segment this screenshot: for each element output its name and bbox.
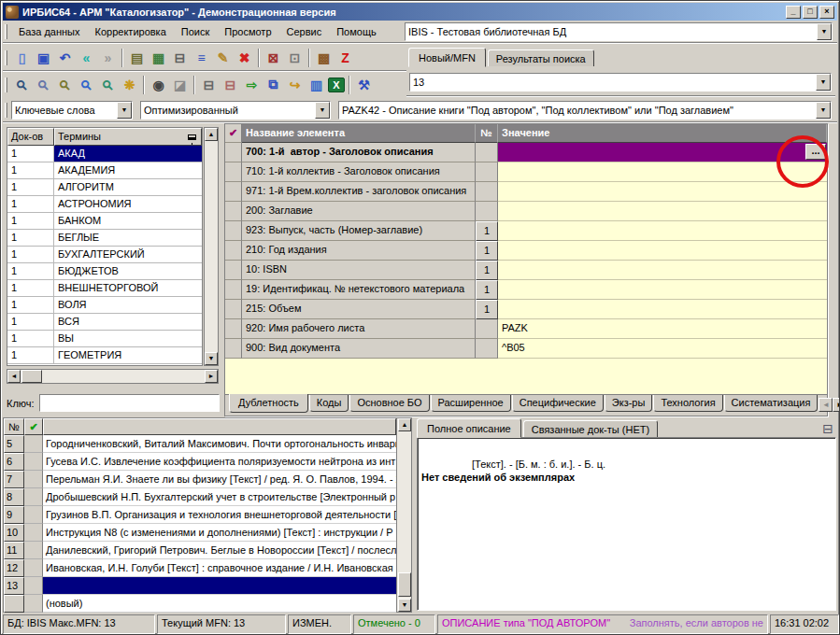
check-icon[interactable]: ✔ [24,418,43,435]
chevron-down-icon[interactable]: ▼ [816,102,831,119]
field-occurrence-count[interactable]: 1 [476,261,498,280]
scroll-left-icon[interactable]: ◄ [7,370,21,383]
record-check-cell[interactable] [24,542,43,559]
back-icon[interactable]: « [77,49,96,67]
term-row[interactable]: 1БЮДЖЕТОВ [7,263,202,280]
field-row[interactable]: 19: Идентификац. № нетекстового материал… [225,280,827,300]
record-row[interactable]: 6Гусева И.С. Извлечение коэффициента пол… [4,453,396,471]
column-header-element-name[interactable]: Название элемента [242,124,476,143]
clear-record-icon[interactable]: ✎ [213,49,233,67]
term-row[interactable]: 1ВСЯ [7,314,202,331]
term-row[interactable]: 1АКАД [7,146,202,162]
column-header-record-number[interactable]: № [4,418,24,435]
record-row[interactable]: 7Перельман Я.И. Знаете ли вы физику [Тек… [4,471,396,488]
column-header-number[interactable]: № [476,124,498,143]
field-value-cell[interactable] [498,202,827,221]
worksheet-tab-7[interactable]: Технология [653,395,722,412]
scroll-down-icon[interactable]: ▼ [205,352,218,365]
field-row[interactable]: 200: Заглавие [225,202,827,221]
worksheet-tab-8[interactable]: Систематизация [724,395,819,412]
doc-delete-icon[interactable]: ⊠ [263,49,283,67]
field-row[interactable]: 210: Год издания1 [225,241,827,261]
field-check-cell[interactable] [225,280,242,300]
worksheet-tab-4[interactable]: Расширенное [431,395,511,412]
delete-record-icon[interactable]: ✖ [235,49,254,67]
field-check-cell[interactable] [225,143,242,162]
field-value-cell[interactable] [498,261,827,280]
worksheet-tab-6[interactable]: Экз-ры [605,395,653,412]
record-check-cell[interactable] [24,577,43,595]
records-vertical-scrollbar[interactable]: ▲ ▼ [396,418,411,612]
field-check-cell[interactable] [225,241,242,261]
search-view-icon[interactable]: ⚲ [12,76,32,94]
worksheet-tab-1[interactable]: Дублетность [229,394,308,413]
record-row[interactable]: (новый) [4,595,396,613]
scroll-up-icon[interactable]: ▲ [205,128,218,141]
field-row[interactable]: 215: Объем1 [225,300,827,319]
record-row[interactable]: 12Ивановская, И.Н. Голуби [Текст] : спра… [4,559,396,577]
field-check-cell[interactable] [225,182,242,202]
field-row[interactable]: 971: 1-й Врем.коллектив - заголовок опис… [225,182,827,202]
record-check-cell[interactable] [24,453,43,471]
field-value-cell[interactable]: PAZK [498,319,827,339]
field-value-cell[interactable]: ... [498,143,827,162]
record-check-cell[interactable] [24,524,43,542]
field-check-cell[interactable] [225,261,242,280]
worksheet-combobox[interactable]: PAZK42 - Описание книги "Под автором", "… [338,101,832,120]
field-occurrence-count[interactable]: 1 [476,221,498,241]
record-check-cell[interactable] [24,471,43,488]
tab-scroll-right-icon[interactable]: ► [833,398,840,412]
scroll-right-icon[interactable]: ► [205,370,218,383]
field-check-cell[interactable] [225,300,242,319]
print-description-icon[interactable]: ⊟ [818,420,838,437]
field-value-cell[interactable] [498,182,827,202]
undo-icon[interactable]: ↶ [55,49,75,67]
term-row[interactable]: 1ВОЛЯ [7,297,202,314]
field-occurrence-count[interactable]: 1 [476,300,498,319]
term-row[interactable]: 1БЕГЛЫЕ [7,230,202,247]
record-row[interactable]: 13 [4,577,396,595]
pin-icon[interactable] [188,134,196,140]
record-row[interactable]: 10Инструкция N8 (с изменениями и дополне… [4,524,396,542]
field-check-cell[interactable] [225,319,242,339]
term-row[interactable]: 1ВЫ [7,331,202,347]
field-check-cell[interactable] [225,339,242,359]
scrollbar-thumb[interactable] [21,370,42,383]
term-row[interactable]: 1ВНЕШНЕТОРГОВОЙ [7,280,202,297]
field-value-cell[interactable] [498,280,827,300]
scrollbar-thumb[interactable] [398,572,411,597]
move-record-icon[interactable]: ▤ [127,49,147,67]
menu-item-база-данных[interactable]: База данных [11,23,88,40]
field-row[interactable]: 900: Вид документа^B05 [225,339,827,359]
chevron-down-icon[interactable]: ▼ [117,102,132,119]
record-check-cell[interactable] [24,559,43,577]
term-row[interactable]: 1АКАДЕМИЯ [7,162,202,179]
tab-linked-documents[interactable]: Связанные док-ты (НЕТ) [523,420,658,437]
tab-full-description[interactable]: Полное описание [417,418,521,438]
column-header-terms[interactable]: Термины [54,128,202,146]
worksheet-tab-2[interactable]: Коды [309,395,349,412]
z3950-icon[interactable]: Z [335,49,355,67]
term-row[interactable]: 1БУХГАЛТЕРСКИЙ [7,247,202,263]
term-row[interactable]: 1АЛГОРИТМ [7,179,202,196]
record-row[interactable]: 8Дробышевский Н.П. Бухгалтерский учет в … [4,488,396,506]
scroll-down-icon[interactable]: ▼ [398,599,411,612]
search-page-icon[interactable]: ⚲ [77,76,96,94]
save-icon[interactable]: ▣ [34,49,53,67]
minimize-button[interactable]: _ [786,6,801,19]
folder-icon[interactable]: ◪ [170,76,190,94]
mfn-combobox[interactable]: ▼ [409,73,832,92]
record-check-cell[interactable] [24,595,43,613]
irbis-logo-icon[interactable]: ▩ [314,49,334,67]
field-row[interactable]: 710: 1-й коллектив - Заголовок описания [225,162,827,182]
field-value-cell[interactable] [498,162,827,182]
menu-item-сервис[interactable]: Сервис [279,23,330,40]
field-value-cell[interactable] [498,300,827,319]
view-eye-icon[interactable]: ◉ [149,76,168,94]
print-form-icon[interactable]: ⊟ [221,76,240,94]
excel-icon[interactable]: X [328,78,345,92]
menu-item-корректировка[interactable]: Корректировка [88,23,174,40]
term-row[interactable]: 1АСТРОНОМИЯ [7,196,202,213]
worksheet-tab-5[interactable]: Специфические [512,395,604,412]
menu-item-просмотр[interactable]: Просмотр [217,23,278,40]
